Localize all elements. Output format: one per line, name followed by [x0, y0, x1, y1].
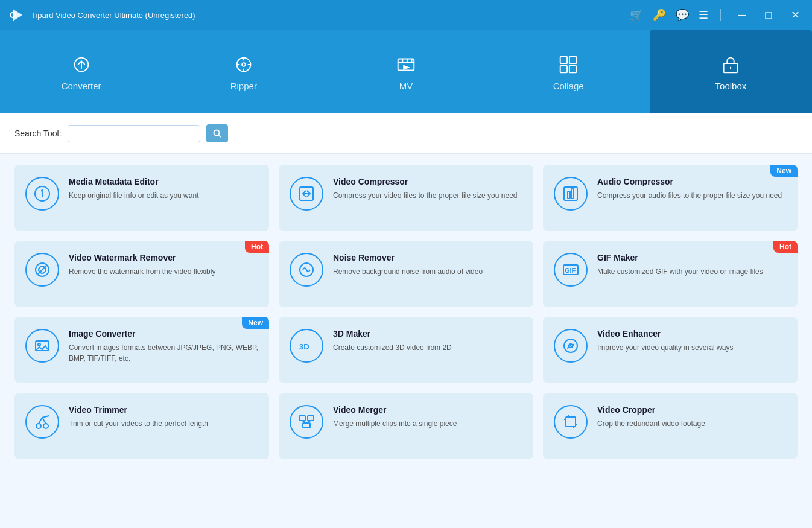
tool-card-video-compressor[interactable]: Video Compressor Compress your video fil… [279, 165, 533, 231]
close-button[interactable]: ✕ [786, 6, 805, 24]
text-noise-remover: Noise Remover Remove background noise fr… [333, 253, 483, 277]
tool-name-media-metadata-editor: Media Metadata Editor [69, 177, 198, 186]
svg-text:3D: 3D [299, 342, 309, 351]
tool-card-video-watermark-remover[interactable]: Hot Video Watermark Remover Remove the w… [14, 241, 269, 307]
text-audio-compressor: Audio Compressor Compress your audio fil… [597, 177, 782, 201]
svg-marker-15 [404, 65, 408, 69]
maximize-button[interactable]: □ [760, 7, 776, 24]
tool-name-video-enhancer: Video Enhancer [597, 329, 733, 339]
svg-rect-52 [566, 417, 576, 427]
svg-point-42 [36, 424, 41, 428]
separator [720, 9, 721, 21]
badge-image-converter: New [242, 317, 269, 329]
tool-name-gif-maker: GIF Maker [597, 253, 763, 262]
svg-rect-30 [568, 191, 570, 199]
nav-item-mv[interactable]: MV [325, 30, 487, 113]
svg-point-38 [38, 343, 40, 346]
icon-gif-maker: GIF [554, 253, 588, 287]
text-video-trimmer: Video Trimmer Trim or cut your videos to… [69, 405, 208, 429]
nav-label-mv: MV [399, 81, 413, 91]
tool-card-image-converter[interactable]: New Image Converter Convert images forma… [14, 317, 269, 383]
svg-rect-31 [571, 189, 574, 199]
nav-item-converter[interactable]: Converter [0, 30, 162, 113]
tool-desc-media-metadata-editor: Keep original file info or edit as you w… [69, 190, 198, 201]
svg-marker-0 [13, 9, 22, 21]
badge-video-watermark-remover: Hot [245, 241, 269, 253]
nav-label-toolbox: Toolbox [715, 81, 747, 91]
icon-video-enhancer [554, 329, 588, 363]
nav-item-toolbox[interactable]: Toolbox [650, 30, 812, 113]
minimize-button[interactable]: ─ [733, 7, 750, 24]
svg-rect-49 [303, 423, 310, 428]
svg-point-5 [242, 63, 246, 66]
svg-rect-47 [299, 416, 305, 421]
icon-3d-maker: 3D [290, 329, 323, 363]
icon-video-trimmer [25, 405, 59, 439]
svg-line-45 [42, 418, 46, 424]
cart-icon[interactable]: 🛒 [630, 8, 643, 22]
nav-item-ripper[interactable]: Ripper [162, 30, 325, 113]
tool-name-3d-maker: 3D Maker [333, 329, 452, 339]
svg-line-23 [218, 135, 221, 138]
app-title: Tipard Video Converter Ultimate (Unregis… [31, 11, 630, 20]
svg-rect-16 [560, 56, 567, 63]
chat-icon[interactable]: 💬 [676, 8, 689, 22]
search-input[interactable] [68, 125, 200, 142]
icon-image-converter [25, 329, 59, 363]
tool-desc-video-watermark-remover: Remove the watermark from the video flex… [69, 266, 215, 277]
tools-grid: Media Metadata Editor Keep original file… [14, 165, 798, 459]
app-logo [7, 6, 25, 24]
icon-video-watermark-remover [25, 253, 59, 287]
tool-card-video-merger[interactable]: Video Merger Merge multiple clips into a… [279, 393, 533, 459]
navbar: Converter Ripper MV Collage Toolbox [0, 30, 812, 113]
text-video-enhancer: Video Enhancer Improve your video qualit… [597, 329, 733, 353]
tool-card-3d-maker[interactable]: 3D 3D Maker Create customized 3D video f… [279, 317, 533, 383]
text-video-cropper: Video Cropper Crop the redundant video f… [597, 405, 705, 429]
badge-audio-compressor: New [770, 165, 798, 177]
svg-rect-48 [308, 416, 314, 421]
tool-name-noise-remover: Noise Remover [333, 253, 483, 262]
title-actions: 🛒 🔑 💬 ☰ ─ □ ✕ [630, 6, 805, 24]
titlebar: Tipard Video Converter Ultimate (Unregis… [0, 0, 812, 30]
search-bar: Search Tool: [0, 113, 812, 154]
svg-point-22 [214, 130, 219, 136]
user-icon[interactable]: 🔑 [653, 8, 666, 22]
icon-video-cropper [554, 405, 588, 439]
tool-desc-image-converter: Convert images formats between JPG/JPEG,… [69, 342, 258, 364]
icon-audio-compressor [554, 177, 588, 211]
nav-label-ripper: Ripper [230, 81, 257, 91]
tool-card-video-cropper[interactable]: Video Cropper Crop the redundant video f… [543, 393, 798, 459]
text-gif-maker: GIF Maker Make customized GIF with your … [597, 253, 763, 277]
search-button[interactable] [206, 124, 228, 142]
tool-desc-noise-remover: Remove background noise from audio of vi… [333, 266, 483, 277]
nav-label-converter: Converter [62, 81, 101, 91]
tool-card-noise-remover[interactable]: Noise Remover Remove background noise fr… [279, 241, 533, 307]
icon-noise-remover [290, 253, 323, 287]
tool-name-audio-compressor: Audio Compressor [597, 177, 782, 186]
tool-card-audio-compressor[interactable]: New Audio Compressor Compress your audio… [543, 165, 798, 231]
tool-card-video-enhancer[interactable]: Video Enhancer Improve your video qualit… [543, 317, 798, 383]
tool-name-video-cropper: Video Cropper [597, 405, 705, 415]
svg-text:GIF: GIF [565, 267, 576, 274]
svg-line-46 [42, 416, 49, 418]
menu-icon[interactable]: ☰ [699, 8, 708, 22]
tool-name-image-converter: Image Converter [69, 329, 258, 339]
tool-card-gif-maker[interactable]: Hot GIF GIF Maker Make customized GIF wi… [543, 241, 798, 307]
tool-name-video-watermark-remover: Video Watermark Remover [69, 253, 215, 262]
icon-video-merger [290, 405, 323, 439]
badge-gif-maker: Hot [773, 241, 798, 253]
icon-video-compressor [290, 177, 323, 211]
nav-item-collage[interactable]: Collage [487, 30, 650, 113]
nav-label-collage: Collage [553, 81, 584, 91]
svg-rect-19 [569, 65, 576, 72]
tool-card-video-trimmer[interactable]: Video Trimmer Trim or cut your videos to… [14, 393, 269, 459]
tool-desc-gif-maker: Make customized GIF with your video or i… [597, 266, 763, 277]
tool-desc-video-cropper: Crop the redundant video footage [597, 418, 705, 429]
tool-name-video-merger: Video Merger [333, 405, 457, 415]
tools-grid-container: Media Metadata Editor Keep original file… [0, 154, 812, 528]
svg-line-44 [39, 418, 42, 424]
icon-media-metadata-editor [25, 177, 59, 211]
tool-desc-video-compressor: Compress your video files to the proper … [333, 190, 518, 201]
text-video-merger: Video Merger Merge multiple clips into a… [333, 405, 457, 429]
tool-card-media-metadata-editor[interactable]: Media Metadata Editor Keep original file… [14, 165, 269, 231]
